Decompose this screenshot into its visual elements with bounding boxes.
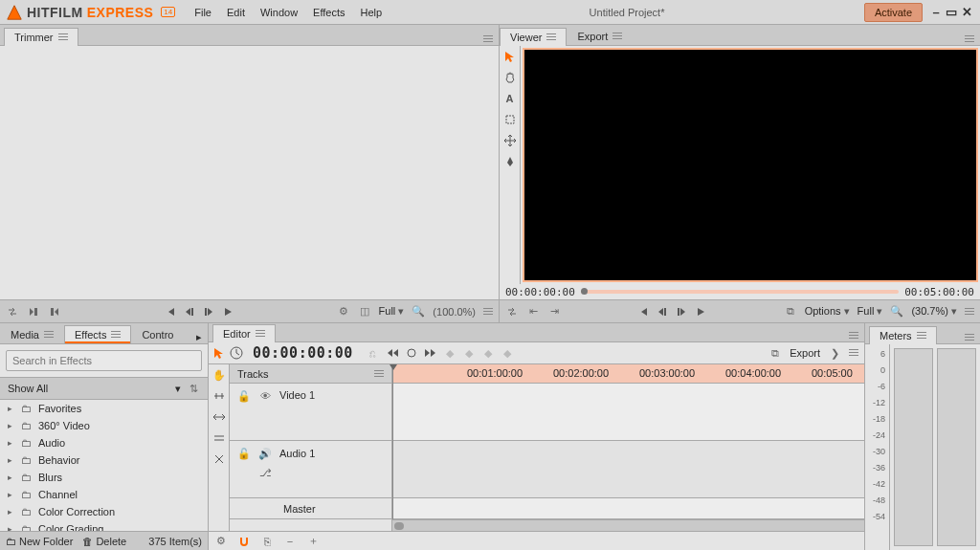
zoom-in-icon[interactable]: ＋ — [306, 535, 320, 548]
screenshot-icon[interactable]: ⧉ — [784, 305, 797, 319]
trimmer-panel-menu[interactable] — [478, 33, 499, 45]
list-item[interactable]: ▸🗀Channel — [0, 486, 208, 503]
timeline[interactable]: 00:01:00:00 00:02:00:00 00:03:00:00 00:0… — [392, 364, 864, 531]
menu-window[interactable]: Window — [253, 3, 305, 22]
viewer-tab[interactable]: Viewer — [500, 28, 567, 46]
out-point-icon[interactable]: ⇥ — [547, 305, 561, 319]
ratio-icon[interactable]: ◫ — [358, 305, 371, 319]
list-item[interactable]: ▸🗀Color Correction — [0, 503, 208, 520]
slip-tool-icon[interactable] — [212, 410, 226, 424]
scrollbar-thumb[interactable] — [394, 522, 404, 530]
hamburger-icon[interactable] — [849, 349, 858, 357]
trimmer-full-dropdown[interactable]: Full ▾ — [379, 305, 405, 318]
play-icon[interactable] — [694, 305, 707, 319]
meters-panel-menu[interactable] — [959, 332, 980, 343]
hamburger-icon[interactable] — [546, 33, 556, 41]
move-tool-icon[interactable] — [503, 134, 517, 147]
step-back-icon[interactable] — [183, 305, 196, 319]
new-folder-button[interactable]: 🗀 New Folder — [6, 536, 73, 547]
progress-knob[interactable] — [581, 288, 588, 295]
list-item[interactable]: ▸🗀Favorites — [0, 400, 208, 417]
hamburger-icon[interactable] — [483, 308, 493, 316]
trimmer-zoom[interactable]: (100.0%) — [433, 306, 476, 318]
step-fwd-icon[interactable] — [202, 305, 215, 319]
play-icon[interactable] — [221, 305, 234, 319]
meters-tab[interactable]: Meters — [869, 326, 937, 344]
viewer-panel-menu[interactable] — [959, 33, 980, 45]
viewer-progress[interactable] — [581, 290, 899, 294]
loop-icon[interactable] — [505, 305, 519, 319]
magnify-icon[interactable]: 🔍 — [412, 305, 425, 319]
rate-tool-icon[interactable] — [212, 452, 226, 466]
hamburger-icon[interactable] — [612, 33, 622, 40]
export-tab[interactable]: Export — [567, 27, 633, 45]
ffwd-icon[interactable] — [424, 346, 437, 360]
effects-tab[interactable]: Effects — [64, 325, 131, 343]
timeline-ruler[interactable]: 00:01:00:00 00:02:00:00 00:03:00:00 00:0… — [392, 364, 864, 384]
link-icon[interactable]: ⎘ — [260, 535, 274, 548]
in-point-icon[interactable] — [27, 305, 40, 319]
menu-effects[interactable]: Effects — [305, 3, 352, 22]
library-scroll-right[interactable]: ▸ — [190, 331, 208, 343]
lock-icon[interactable]: 🔓 — [237, 447, 251, 460]
menu-file[interactable]: File — [187, 3, 219, 22]
rewind-icon[interactable] — [386, 346, 399, 360]
marker-set-icon[interactable]: ◆ — [462, 346, 476, 360]
window-maximize[interactable]: ▭ — [944, 5, 959, 19]
undo-history-icon[interactable]: ⎌ — [367, 346, 380, 360]
menu-edit[interactable]: Edit — [219, 3, 253, 22]
menu-help[interactable]: Help — [353, 3, 390, 22]
effects-show-all[interactable]: Show All ▾ ⇅ — [0, 377, 208, 400]
hand-tool-icon[interactable] — [503, 71, 517, 84]
activate-button[interactable]: Activate — [864, 3, 923, 22]
list-item[interactable]: ▸🗀360° Video — [0, 417, 208, 434]
step-fwd-icon[interactable] — [675, 305, 688, 319]
track-lane-master[interactable] — [392, 498, 864, 519]
hand-tool-icon[interactable]: ✋ — [212, 368, 226, 382]
viewer-zoom-dropdown[interactable]: (30.7%) ▾ — [911, 305, 957, 318]
slice-tool-icon[interactable] — [212, 389, 226, 403]
crop-tool-icon[interactable] — [503, 113, 517, 126]
hamburger-icon[interactable] — [58, 33, 68, 41]
eye-icon[interactable]: 👁 — [258, 389, 272, 403]
track-lane-video[interactable] — [392, 384, 864, 441]
export-button[interactable]: Export — [790, 347, 820, 359]
chevron-right-icon[interactable]: ❯ — [828, 346, 841, 360]
loop-icon[interactable] — [6, 305, 19, 319]
track-header-audio[interactable]: 🔓 🔊 Audio 1 ⎇ — [230, 441, 391, 498]
settings-icon[interactable]: ⚙ — [337, 305, 350, 319]
list-item[interactable]: ▸🗀Audio — [0, 434, 208, 451]
track-lane-audio[interactable] — [392, 441, 864, 498]
text-tool-icon[interactable]: A — [503, 92, 517, 105]
sort-icon[interactable]: ⇅ — [187, 382, 200, 395]
marker-prev-icon[interactable]: ◆ — [443, 346, 457, 360]
magnify-icon[interactable]: 🔍 — [890, 305, 903, 319]
stop-icon[interactable] — [405, 346, 418, 360]
fx-icon[interactable]: ⎇ — [258, 466, 272, 479]
trimmer-tab[interactable]: Trimmer — [4, 28, 78, 46]
media-tab[interactable]: Media — [0, 325, 64, 343]
track-header-master[interactable]: Master — [230, 498, 391, 519]
viewer-options-dropdown[interactable]: Options ▾ — [805, 305, 850, 318]
delete-button[interactable]: 🗑 Delete — [82, 536, 126, 547]
select-tool-icon[interactable] — [212, 346, 226, 360]
go-start-icon[interactable] — [164, 305, 177, 319]
editor-tab[interactable]: Editor — [212, 324, 276, 342]
viewer-canvas[interactable] — [523, 48, 978, 282]
effects-search-input[interactable] — [6, 350, 202, 371]
list-item[interactable]: ▸🗀Blurs — [0, 469, 208, 486]
viewer-full-dropdown[interactable]: Full ▾ — [858, 305, 883, 318]
snap-icon[interactable] — [237, 535, 251, 548]
zoom-out-icon[interactable]: − — [283, 535, 297, 548]
marker-add-icon[interactable]: ◆ — [501, 346, 514, 360]
lock-icon[interactable]: 🔓 — [237, 389, 251, 403]
select-tool-icon[interactable] — [503, 50, 517, 63]
editor-panel-menu[interactable] — [843, 330, 864, 341]
step-back-icon[interactable] — [656, 305, 669, 319]
track-header-video[interactable]: 🔓 👁 Video 1 — [230, 384, 391, 441]
controls-tab[interactable]: Controls — [131, 325, 175, 343]
window-close[interactable]: ✕ — [959, 5, 974, 19]
out-point-icon[interactable] — [48, 305, 61, 319]
pen-tool-icon[interactable] — [503, 155, 517, 168]
window-minimize[interactable]: – — [928, 5, 944, 19]
